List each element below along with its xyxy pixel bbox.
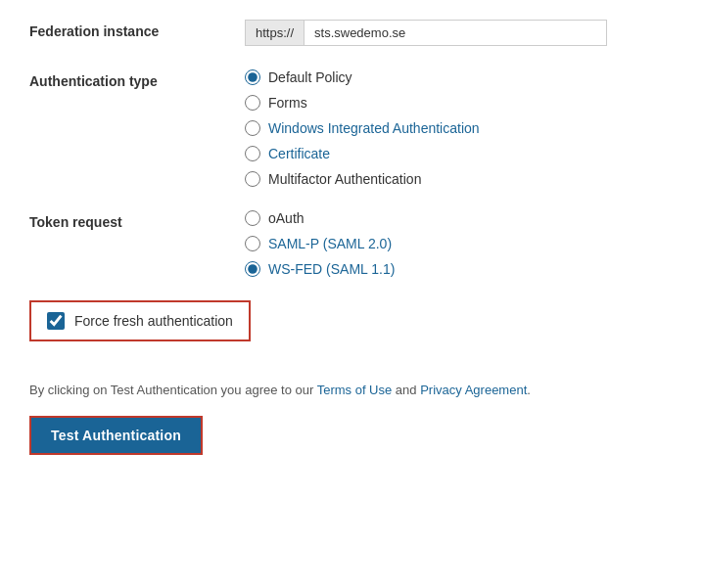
terms-of-use-link[interactable]: Terms of Use bbox=[317, 383, 393, 397]
auth-radio-forms[interactable] bbox=[245, 95, 260, 111]
auth-option-windows[interactable]: Windows Integrated Authentication bbox=[245, 120, 674, 136]
auth-radio-certificate[interactable] bbox=[245, 146, 260, 161]
auth-radio-windows[interactable] bbox=[245, 120, 260, 136]
token-request-options: oAuth SAML-P (SAML 2.0) WS-FED (SAML 1.1… bbox=[245, 210, 674, 277]
token-label-wsfed: WS-FED (SAML 1.1) bbox=[268, 261, 395, 277]
auth-radio-default[interactable] bbox=[245, 69, 260, 85]
token-radio-group: oAuth SAML-P (SAML 2.0) WS-FED (SAML 1.1… bbox=[245, 210, 674, 277]
auth-label-certificate: Certificate bbox=[268, 146, 330, 161]
token-radio-oauth[interactable] bbox=[245, 210, 260, 226]
terms-text-before: By clicking on Test Authentication you a… bbox=[29, 383, 317, 397]
auth-option-forms[interactable]: Forms bbox=[245, 95, 674, 111]
auth-radio-multifactor[interactable] bbox=[245, 171, 260, 187]
federation-input-wrapper: https:// bbox=[245, 20, 607, 46]
auth-label-default: Default Policy bbox=[268, 69, 352, 85]
auth-label-windows: Windows Integrated Authentication bbox=[268, 120, 480, 136]
token-request-row: Token request oAuth SAML-P (SAML 2.0) WS… bbox=[29, 210, 674, 277]
auth-option-certificate[interactable]: Certificate bbox=[245, 146, 674, 161]
federation-prefix: https:// bbox=[246, 21, 305, 45]
token-radio-wsfed[interactable] bbox=[245, 261, 260, 277]
authentication-type-row: Authentication type Default Policy Forms… bbox=[29, 69, 674, 187]
federation-input[interactable] bbox=[305, 21, 606, 45]
auth-label-forms: Forms bbox=[268, 95, 307, 111]
test-authentication-button[interactable]: Test Authentication bbox=[29, 416, 203, 455]
token-request-label: Token request bbox=[29, 210, 245, 230]
authentication-type-options: Default Policy Forms Windows Integrated … bbox=[245, 69, 674, 187]
terms-paragraph: By clicking on Test Authentication you a… bbox=[29, 381, 674, 400]
force-auth-wrapper: Force fresh authentication bbox=[29, 300, 674, 361]
federation-label: Federation instance bbox=[29, 20, 245, 39]
federation-input-group: https:// bbox=[245, 20, 674, 46]
force-fresh-auth-label[interactable]: Force fresh authentication bbox=[29, 300, 251, 341]
force-fresh-label: Force fresh authentication bbox=[74, 313, 233, 329]
force-fresh-checkbox[interactable] bbox=[47, 312, 65, 330]
token-label-samlp: SAML-P (SAML 2.0) bbox=[268, 236, 392, 251]
authentication-radio-group: Default Policy Forms Windows Integrated … bbox=[245, 69, 674, 187]
privacy-agreement-link[interactable]: Privacy Agreement bbox=[420, 383, 527, 397]
token-option-samlp[interactable]: SAML-P (SAML 2.0) bbox=[245, 236, 674, 251]
token-option-oauth[interactable]: oAuth bbox=[245, 210, 674, 226]
terms-text-after: . bbox=[527, 383, 531, 397]
federation-instance-row: Federation instance https:// bbox=[29, 20, 674, 46]
token-label-oauth: oAuth bbox=[268, 210, 305, 226]
terms-text-between: and bbox=[392, 383, 420, 397]
auth-option-default-policy[interactable]: Default Policy bbox=[245, 69, 674, 85]
auth-label-multifactor: Multifactor Authentication bbox=[268, 171, 421, 187]
token-option-wsfed[interactable]: WS-FED (SAML 1.1) bbox=[245, 261, 674, 277]
auth-option-multifactor[interactable]: Multifactor Authentication bbox=[245, 171, 674, 187]
token-radio-samlp[interactable] bbox=[245, 236, 260, 251]
authentication-type-label: Authentication type bbox=[29, 69, 245, 89]
